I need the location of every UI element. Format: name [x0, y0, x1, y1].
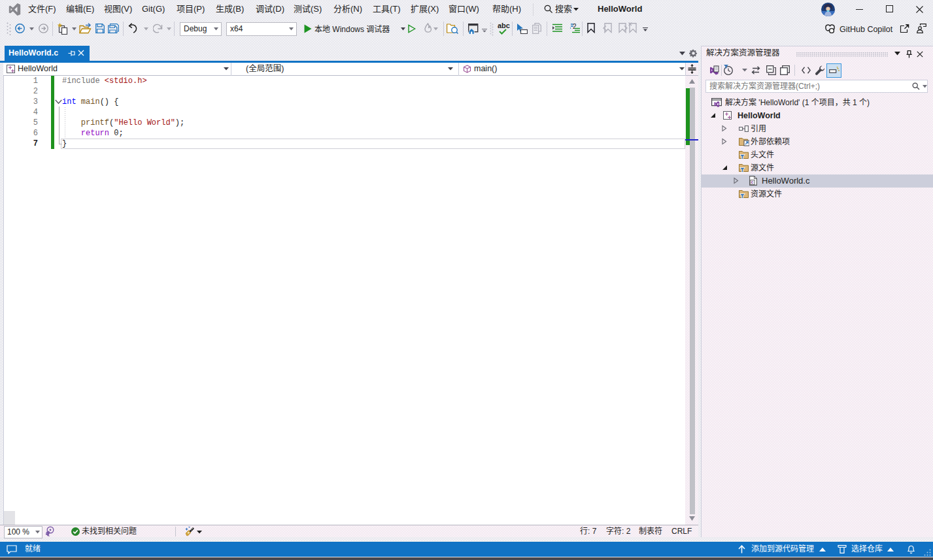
svg-text:c: c	[751, 180, 754, 184]
svg-text:2: 2	[573, 23, 577, 30]
